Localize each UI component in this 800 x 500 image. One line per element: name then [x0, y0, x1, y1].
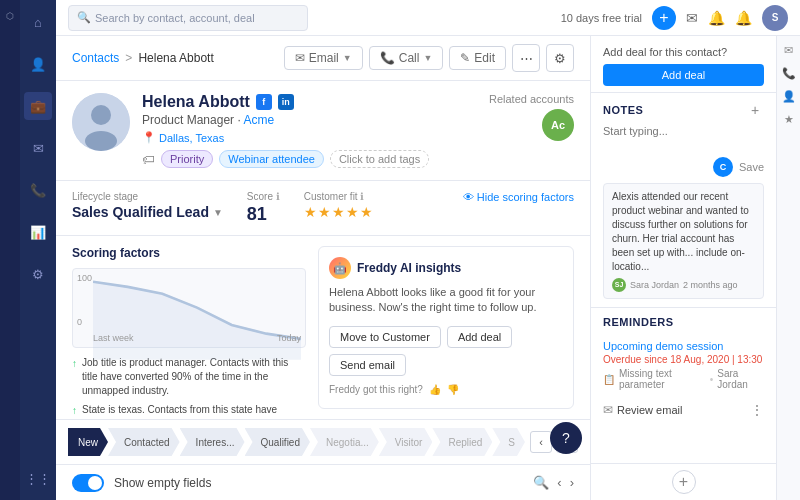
reminder-item: Upcoming demo session Overdue since 18 A…: [603, 340, 764, 390]
email-action-btn[interactable]: ✉ Email ▼: [284, 46, 363, 70]
notes-add-btn[interactable]: +: [746, 101, 764, 119]
edge-star-icon[interactable]: ★: [784, 113, 794, 126]
factor-arrow-2: ↑: [72, 404, 77, 418]
send-email-btn[interactable]: Send email: [329, 354, 406, 376]
pipeline-step-s[interactable]: S: [492, 428, 525, 456]
sidebar-reports-icon[interactable]: 📊: [24, 218, 52, 246]
thumbs-up-icon[interactable]: 👍: [429, 384, 441, 395]
hide-scoring-factors-btn[interactable]: 👁 Hide scoring factors: [463, 191, 574, 203]
lifecycle-value[interactable]: Sales Qualified Lead ▼: [72, 204, 223, 220]
customer-fit-info-icon[interactable]: ℹ: [360, 191, 364, 202]
top-bar: 🔍 Search by contact, account, deal 10 da…: [56, 0, 800, 36]
tag-webinar[interactable]: Webinar attendee: [219, 150, 324, 168]
bell-icon[interactable]: 🔔: [735, 10, 752, 26]
notification-icon[interactable]: 🔔: [708, 10, 725, 26]
bottom-bar: Show empty fields 🔍 ‹ ›: [56, 464, 590, 500]
pipeline-step-contacted[interactable]: Contacted: [108, 428, 180, 456]
scoring-title: Scoring factors: [72, 246, 306, 260]
review-email-more-btn[interactable]: ⋮: [750, 402, 764, 418]
email-icon[interactable]: ✉: [686, 10, 698, 26]
help-fab-button[interactable]: ?: [550, 422, 582, 454]
notes-save-btn[interactable]: Save: [739, 161, 764, 173]
pipeline-step-replied[interactable]: Replied: [432, 428, 492, 456]
svg-marker-3: [93, 282, 301, 360]
factor-text-2: State is texas. Contacts from this state…: [82, 403, 306, 419]
edge-mail-icon[interactable]: ✉: [784, 44, 793, 57]
add-deal-button[interactable]: Add deal: [603, 64, 764, 86]
facebook-icon[interactable]: f: [256, 94, 272, 110]
freddy-ai-panel: 🤖 Freddy AI insights Helena Abbott looks…: [318, 246, 574, 409]
reminders-section: REMINDERS Upcoming demo session Overdue …: [591, 308, 776, 430]
search-box[interactable]: 🔍 Search by contact, account, deal: [68, 5, 308, 31]
note-card: Alexis attended our recent product webin…: [603, 183, 764, 299]
nav-logo-icon[interactable]: ⬡: [2, 8, 18, 24]
contact-company[interactable]: Acme: [243, 113, 274, 127]
pipeline-step-visitor[interactable]: Visitor: [379, 428, 433, 456]
breadcrumb-current: Helena Abbott: [138, 51, 213, 65]
edge-user-icon[interactable]: 👤: [782, 90, 796, 103]
sidebar-home-icon[interactable]: ⌂: [24, 8, 52, 36]
sidebar-deals-icon[interactable]: 💼: [24, 92, 52, 120]
call-action-btn[interactable]: 📞 Call ▼: [369, 46, 444, 70]
freddy-title: Freddy AI insights: [357, 261, 461, 275]
top-bar-right: 10 days free trial + ✉ 🔔 🔔 S: [561, 5, 788, 31]
chart-y-labels: 100 0: [77, 273, 92, 327]
freddy-icon: 🤖: [329, 257, 351, 279]
pipeline-step-negotiation[interactable]: Negotia...: [310, 428, 379, 456]
prev-bottom-icon[interactable]: ‹: [557, 475, 561, 490]
more-options-btn[interactable]: ⋯: [512, 44, 540, 72]
edge-phone-icon[interactable]: 📞: [782, 67, 796, 80]
search-bottom-icon[interactable]: 🔍: [533, 475, 549, 490]
rp-add-deal-header: Add deal for this contact? Add deal: [591, 36, 776, 93]
breadcrumb-bar: Contacts > Helena Abbott ✉ Email ▼ 📞 Cal…: [56, 36, 590, 81]
sidebar-phone-icon[interactable]: 📞: [24, 176, 52, 204]
left-panel: Contacts > Helena Abbott ✉ Email ▼ 📞 Cal…: [56, 36, 590, 500]
add-deal-question: Add deal for this contact?: [603, 46, 764, 58]
left-nav: ⬡: [0, 0, 20, 500]
review-email-icon: ✉: [603, 403, 613, 417]
review-email-text[interactable]: Review email: [617, 404, 682, 416]
pipeline-step-new[interactable]: New: [68, 428, 108, 456]
reminder-title[interactable]: Upcoming demo session: [603, 340, 764, 352]
sidebar-contacts-icon[interactable]: 👤: [24, 50, 52, 78]
breadcrumb-parent[interactable]: Contacts: [72, 51, 119, 65]
freddy-actions: Move to Customer Add deal Send email: [329, 326, 563, 376]
reminder-dot: •: [710, 374, 714, 385]
review-email-row: ✉ Review email ⋮: [603, 398, 764, 422]
sidebar-apps-icon[interactable]: ⋮⋮: [24, 464, 52, 492]
user-avatar[interactable]: S: [762, 5, 788, 31]
svg-point-2: [85, 131, 117, 151]
contact-name: Helena Abbott: [142, 93, 250, 111]
add-button[interactable]: +: [652, 6, 676, 30]
pipeline-step-interested[interactable]: Interes...: [180, 428, 245, 456]
score-info-icon[interactable]: ℹ: [276, 191, 280, 202]
settings-gear-btn[interactable]: ⚙: [546, 44, 574, 72]
sidebar-inbox-icon[interactable]: ✉: [24, 134, 52, 162]
right-edge-panel: ✉ 📞 👤 ★: [776, 36, 800, 500]
location-pin-icon: 📍: [142, 131, 156, 144]
account-avatar[interactable]: Ac: [542, 109, 574, 141]
chart-x-labels: Last week Today: [93, 333, 301, 343]
sidebar-settings-icon[interactable]: ⚙: [24, 260, 52, 288]
trial-badge: 10 days free trial: [561, 12, 642, 24]
related-accounts-label: Related accounts: [489, 93, 574, 105]
reminder-meta: 📋 Missing text parameter • Sara Jordan: [603, 368, 764, 390]
lifecycle-chevron-icon: ▼: [213, 207, 223, 218]
next-bottom-icon[interactable]: ›: [570, 475, 574, 490]
tag-priority[interactable]: Priority: [161, 150, 213, 168]
move-to-customer-btn[interactable]: Move to Customer: [329, 326, 441, 348]
show-empty-fields-label: Show empty fields: [114, 476, 211, 490]
notes-input[interactable]: [603, 125, 764, 149]
call-btn-icon: 📞: [380, 51, 395, 65]
add-deal-freddy-btn[interactable]: Add deal: [447, 326, 512, 348]
note-author: Sara Jordan: [630, 279, 679, 292]
rp-add-more-btn[interactable]: +: [672, 470, 696, 494]
tag-add[interactable]: Click to add tags: [330, 150, 429, 168]
linkedin-icon[interactable]: in: [278, 94, 294, 110]
pipeline-prev-btn[interactable]: ‹: [530, 431, 552, 453]
show-empty-fields-toggle[interactable]: [72, 474, 104, 492]
contact-location[interactable]: 📍 Dallas, Texas: [142, 131, 477, 144]
edit-action-btn[interactable]: ✎ Edit: [449, 46, 506, 70]
pipeline-step-qualified[interactable]: Qualified: [245, 428, 310, 456]
thumbs-down-icon[interactable]: 👎: [447, 384, 459, 395]
